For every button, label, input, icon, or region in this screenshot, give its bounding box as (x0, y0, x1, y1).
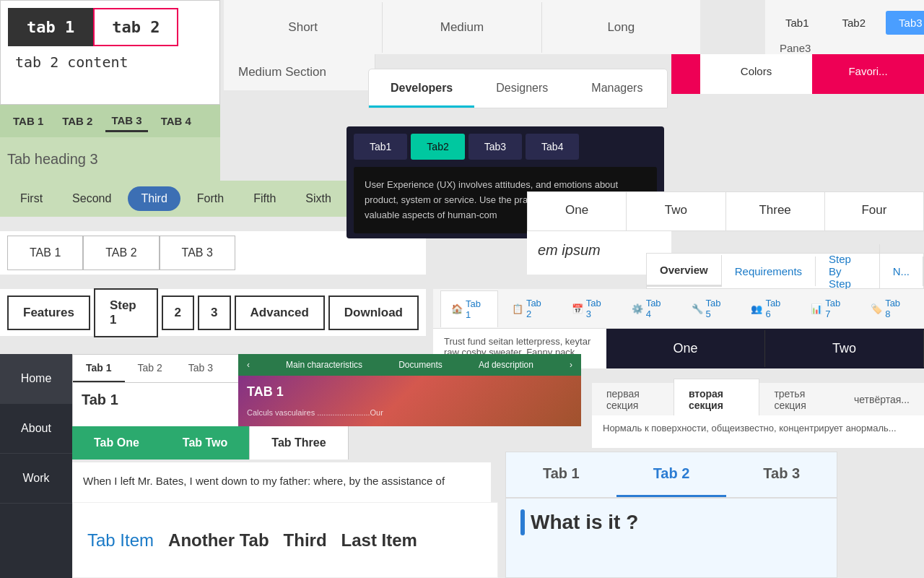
small-tab-2[interactable]: Tab 2 (125, 355, 175, 382)
sq-tab-2[interactable]: TAB 2 (83, 236, 159, 270)
dark-tab-3[interactable]: Tab3 (468, 134, 522, 160)
feature-tab-download[interactable]: Download (328, 296, 419, 330)
tr-tab-3[interactable]: Tab3 (886, 11, 924, 35)
bottom-tab-3[interactable]: Tab 3 (726, 452, 837, 497)
panel-1234-tabs: One Two Three Four (527, 191, 924, 231)
tab-tab2[interactable]: TAB 2 (56, 111, 98, 131)
ru-tab-4[interactable]: четвёртая... (840, 385, 924, 414)
accent-bar (520, 509, 525, 535)
dark-tab-1[interactable]: Tab1 (354, 134, 407, 160)
panel-devs-tabs: Developers Designers Managers (368, 69, 668, 108)
next-tab[interactable]: N... (880, 256, 923, 286)
pill-tab-fifth[interactable]: Fifth (240, 186, 289, 211)
sml-tab-short[interactable]: Short (224, 2, 383, 53)
pill-tab-sixth[interactable]: Sixth (292, 186, 344, 211)
dark-tab-2[interactable]: Tab2 (411, 134, 464, 160)
tab-two[interactable]: Two (627, 192, 725, 230)
requirements-tab[interactable]: Requirements (722, 256, 816, 286)
pill-tab-first[interactable]: First (7, 186, 56, 211)
ru-tab-2[interactable]: вторая секция (674, 379, 760, 420)
tab-one[interactable]: One (528, 192, 627, 230)
slide-subtitle: Calculs vasculaires ....................… (238, 408, 581, 417)
feature-tab-advanced[interactable]: Advanced (235, 296, 325, 330)
onetwo-tab-two[interactable]: Two (765, 330, 924, 367)
feature-tab-step1[interactable]: Step 1 (94, 288, 158, 337)
slide-title: TAB 1 (238, 376, 581, 408)
tr-tab-2[interactable]: Tab2 (829, 11, 879, 35)
panel-ru-tabs: первая секция вторая секция третья секци… (592, 383, 924, 415)
tab-item-4[interactable]: Last Item (341, 530, 417, 551)
slide-nav-ad[interactable]: Ad description (479, 360, 533, 370)
tab-tab3[interactable]: TAB 3 (105, 111, 147, 132)
slide-nav-arrow-right[interactable]: › (570, 360, 572, 370)
tab-four[interactable]: Four (825, 192, 923, 230)
panel-slide: ‹ Main characteristics Documents Ad desc… (238, 354, 581, 426)
slide-nav-main[interactable]: Main characteristics (286, 360, 362, 370)
dark-tab-4[interactable]: Tab4 (526, 134, 579, 160)
small-tab-content: Tab 1 (73, 383, 245, 417)
pill-tab-second[interactable]: Second (59, 186, 124, 211)
tr-tab-1[interactable]: Tab1 (772, 11, 822, 35)
icon-tab-6[interactable]: 👥 Tab 6 (741, 290, 797, 327)
panel-onetwo-tabs: One Two (606, 329, 924, 368)
icon-tab-5[interactable]: 🔧 Tab 5 (681, 290, 738, 327)
red-accent-panel (671, 54, 700, 94)
favorites-tab[interactable]: Favori... (812, 54, 924, 94)
icon-tab-8[interactable]: 🏷️ Tab 8 (860, 290, 917, 327)
tab-three[interactable]: Three (726, 192, 825, 230)
icon-tab-4[interactable]: ⚙️ Tab 4 (622, 290, 678, 327)
pill-tab-third[interactable]: Third (128, 186, 180, 211)
pill-tab-forth[interactable]: Forth (184, 186, 237, 211)
panel-colors-tabs: Colors Favori... (700, 54, 924, 94)
panel-feature-tabs: Features Step 1 2 3 Advanced Download (0, 289, 426, 336)
onetwo-tab-one[interactable]: One (606, 330, 765, 367)
small-tab-3[interactable]: Tab 3 (175, 355, 226, 382)
panel-bordered-tabs: tab 1 tab 2 tab 2 content (0, 0, 220, 105)
sidebar: Home About Work (0, 354, 72, 578)
sq-tab-3[interactable]: TAB 3 (160, 236, 235, 270)
panel-overview-tabs: Overview Requirements Step By Step N... (646, 253, 924, 289)
overview-tab[interactable]: Overview (647, 255, 722, 287)
green-tab-two[interactable]: Tab Two (161, 426, 250, 460)
slide-nav-docs[interactable]: Documents (398, 360, 443, 370)
panel-sml-tabs: Short Medium Long (224, 0, 700, 54)
sidebar-item-home[interactable]: Home (0, 354, 72, 404)
small-tab-1[interactable]: Tab 1 (73, 355, 125, 382)
bottom-tab-2[interactable]: Tab 2 (616, 452, 727, 497)
tab-2-button[interactable]: tab 2 (93, 8, 178, 46)
panel-tab-heading: Tab heading 3 (0, 137, 220, 181)
icon-tab-1[interactable]: 🏠 Tab 1 (440, 290, 498, 327)
tab-1-button[interactable]: tab 1 (8, 8, 93, 46)
ru-tab-1[interactable]: первая секция (592, 379, 674, 420)
tab-tab4[interactable]: TAB 4 (155, 111, 197, 131)
bottom-tab-1[interactable]: Tab 1 (506, 452, 616, 497)
colors-tab[interactable]: Colors (700, 54, 812, 94)
ru-tab-3[interactable]: третья секция (759, 379, 840, 420)
green-tab-three[interactable]: Tab Three (249, 426, 348, 460)
tab-tab1[interactable]: TAB 1 (7, 111, 49, 131)
sidebar-item-about[interactable]: About (0, 404, 72, 454)
devs-tab-designers[interactable]: Designers (474, 71, 570, 108)
feature-tab-3[interactable]: 3 (198, 296, 230, 330)
panel-bottom-large: Tab 1 Tab 2 Tab 3 What is it ? (505, 452, 837, 578)
icon-tab-3[interactable]: 📅 Tab 3 (562, 290, 618, 327)
tab-item-2[interactable]: Another Tab (168, 530, 269, 551)
green-tab-one[interactable]: Tab One (72, 426, 161, 460)
panel-tab-items: Tab Item Another Tab Third Last Item (72, 502, 498, 578)
sq-tab-1[interactable]: TAB 1 (7, 236, 83, 270)
sidebar-item-work[interactable]: Work (0, 454, 72, 504)
tab-item-1[interactable]: Tab Item (87, 530, 154, 551)
feature-tab-2[interactable]: 2 (162, 296, 194, 330)
tab-heading-label: Tab heading 3 (7, 151, 98, 168)
icon-tab-7[interactable]: 📊 Tab 7 (801, 290, 857, 327)
sml-tab-medium[interactable]: Medium (383, 2, 541, 53)
slide-nav: ‹ Main characteristics Documents Ad desc… (238, 354, 581, 376)
devs-tab-managers[interactable]: Managers (570, 71, 664, 108)
sml-tab-long[interactable]: Long (542, 2, 700, 53)
medium-section-label: Medium Section (224, 54, 375, 90)
feature-tab-features[interactable]: Features (7, 296, 90, 330)
devs-tab-developers[interactable]: Developers (369, 71, 474, 108)
slide-nav-arrow-left[interactable]: ‹ (247, 360, 250, 370)
icon-tab-2[interactable]: 📋 Tab 2 (502, 290, 558, 327)
tab-item-3[interactable]: Third (284, 530, 327, 551)
